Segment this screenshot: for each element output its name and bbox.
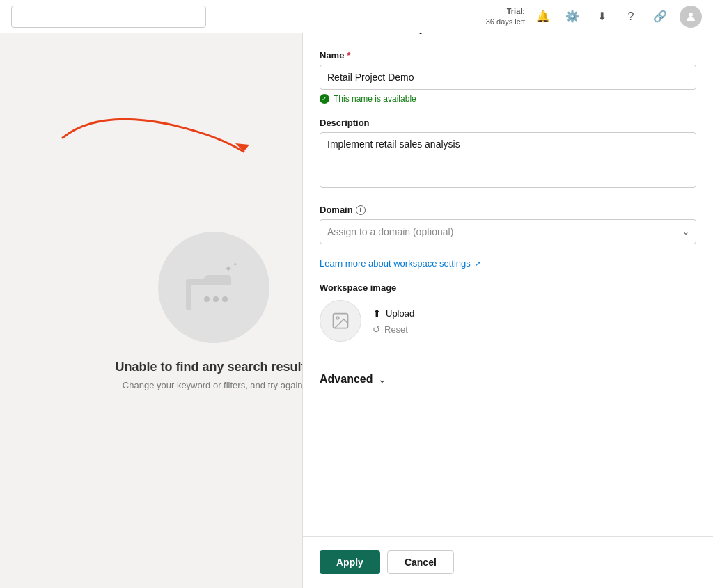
domain-field-group: Domain i Assign to a domain (optional) ⌄ xyxy=(320,205,696,244)
top-bar: Trial: 36 days left 🔔 ⚙️ ⬇ ? 🔗 xyxy=(0,0,713,33)
name-available-indicator: ✓ This name is available xyxy=(320,94,696,104)
name-label: Name * xyxy=(320,50,696,61)
svg-text:✦: ✦ xyxy=(233,261,238,268)
learn-more-link[interactable]: Learn more about workspace settings ↗ xyxy=(320,258,696,269)
name-available-text: This name is available xyxy=(334,94,416,104)
notification-icon[interactable]: 🔔 xyxy=(533,7,553,26)
avatar[interactable] xyxy=(680,6,702,28)
chevron-down-icon: ⌄ xyxy=(378,374,386,385)
panel-footer: Apply Cancel xyxy=(303,536,713,588)
svg-point-6 xyxy=(204,296,210,302)
image-preview xyxy=(320,300,361,342)
reset-button[interactable]: ↺ Reset xyxy=(373,324,414,335)
domain-label: Domain i xyxy=(320,205,696,215)
top-bar-left xyxy=(11,6,486,28)
svg-marker-1 xyxy=(235,143,249,152)
domain-info-icon[interactable]: i xyxy=(356,205,366,215)
help-icon[interactable]: ? xyxy=(621,7,641,26)
panel-body: Name * ✓ This name is available Descript… xyxy=(303,50,713,536)
svg-point-0 xyxy=(689,13,693,17)
workspace-image-section: Workspace image ⬆ Upload ↺ xyxy=(320,283,696,342)
description-field-group: Description Implement retail sales analy… xyxy=(320,118,696,191)
description-label: Description xyxy=(320,118,696,128)
name-input[interactable] xyxy=(320,65,696,90)
svg-point-10 xyxy=(336,317,339,319)
domain-select-wrapper: Assign to a domain (optional) ⌄ xyxy=(320,219,696,244)
top-icons: 🔔 ⚙️ ⬇ ? 🔗 xyxy=(533,6,702,28)
divider xyxy=(320,356,696,356)
check-icon: ✓ xyxy=(320,94,329,104)
advanced-label: Advanced xyxy=(320,373,373,386)
domain-select[interactable]: Assign to a domain (optional) xyxy=(320,219,696,244)
arrow-annotation xyxy=(42,96,265,189)
upload-icon: ⬆ xyxy=(373,308,382,320)
empty-title: Unable to find any search results xyxy=(115,360,312,374)
advanced-section[interactable]: Advanced ⌄ xyxy=(320,367,696,391)
required-indicator: * xyxy=(347,50,350,61)
share-icon[interactable]: 🔗 xyxy=(650,7,670,26)
search-input[interactable] xyxy=(11,6,206,28)
upload-button[interactable]: ⬆ Upload xyxy=(373,308,414,320)
create-workspace-panel: Create a workspace × Name * ✓ This name … xyxy=(302,0,713,588)
workspace-image-label: Workspace image xyxy=(320,283,696,293)
download-icon[interactable]: ⬇ xyxy=(592,7,611,26)
apply-button[interactable]: Apply xyxy=(320,550,380,574)
empty-subtitle: Change your keyword or filters, and try … xyxy=(123,380,305,390)
name-field-group: Name * ✓ This name is available xyxy=(320,50,696,104)
svg-point-7 xyxy=(213,296,219,302)
image-upload-row: ⬆ Upload ↺ Reset xyxy=(320,300,696,342)
image-actions: ⬆ Upload ↺ Reset xyxy=(373,308,414,335)
empty-state-icon: ✦ ✦ xyxy=(158,232,269,343)
trial-days: 36 days left xyxy=(486,17,525,26)
svg-point-8 xyxy=(222,296,228,302)
reset-icon: ↺ xyxy=(373,324,380,335)
external-link-icon: ↗ xyxy=(474,259,481,269)
svg-text:✦: ✦ xyxy=(224,263,233,274)
trial-info: Trial: 36 days left xyxy=(486,6,525,26)
trial-label: Trial: xyxy=(507,6,525,16)
cancel-button[interactable]: Cancel xyxy=(387,550,454,574)
settings-icon[interactable]: ⚙️ xyxy=(563,7,582,26)
description-input[interactable]: Implement retail sales analysis xyxy=(320,132,696,188)
